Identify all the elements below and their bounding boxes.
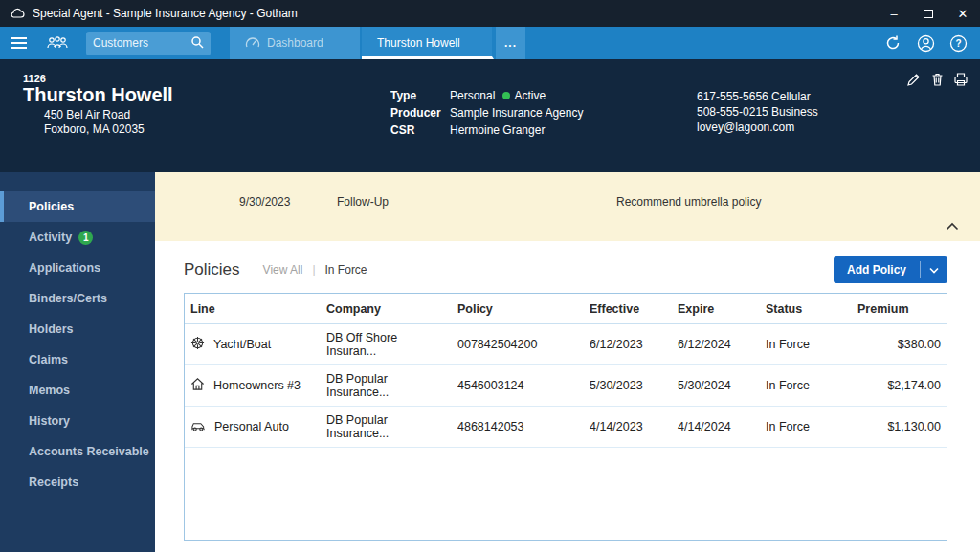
column-policy: Policy — [452, 294, 584, 324]
tab-dashboard[interactable]: Dashboard — [230, 27, 362, 59]
sidebar-item-applications[interactable]: Applications — [0, 253, 155, 283]
status-value: In Force — [760, 365, 852, 407]
effective-date: 5/30/2023 — [584, 365, 672, 407]
column-expire: Expire — [672, 294, 760, 324]
producer-label: Producer — [390, 106, 450, 120]
company-value: DB Off Shore Insuran... — [321, 324, 452, 365]
sidebar-item-binders-certs[interactable]: Binders/Certs — [0, 283, 155, 314]
premium-value: $2,174.00 — [852, 365, 947, 407]
company-value: DB Popular Insurance... — [321, 365, 452, 407]
sidebar-item-accounts-receivable[interactable]: Accounts Receivable — [0, 436, 155, 467]
effective-date: 4/14/2023 — [584, 407, 672, 448]
sidebar-item-receipts[interactable]: Receipts — [0, 467, 155, 497]
in-force-filter[interactable]: In Force — [325, 263, 368, 276]
toolbar: Dashboard Thurston Howell ... ? — [0, 27, 980, 59]
table-row[interactable]: Personal Auto DB Popular Insurance... 48… — [185, 407, 947, 448]
csr-value: Hermoine Granger — [450, 123, 583, 137]
column-line: Line — [185, 294, 321, 324]
customer-address-line1: 450 Bel Air Road — [44, 108, 130, 121]
status-text: Active — [514, 89, 546, 102]
reminder-date: 9/30/2023 — [239, 195, 290, 209]
window-controls: – ✕ — [877, 0, 980, 27]
company-value: DB Popular Insurance... — [321, 407, 452, 448]
car-icon — [190, 419, 206, 435]
toolbar-right: ? — [880, 27, 980, 59]
sidebar-item-history[interactable]: History — [0, 406, 155, 436]
email: lovey@lagoon.com — [697, 120, 818, 135]
status-value: In Force — [760, 407, 852, 448]
search-input[interactable] — [93, 36, 190, 50]
sidebar-item-memos[interactable]: Memos — [0, 375, 155, 406]
delete-icon[interactable] — [930, 72, 945, 87]
premium-value: $380.00 — [852, 324, 947, 365]
active-status-dot — [502, 92, 510, 99]
content: 9/30/2023 Follow-Up Recommend umbrella p… — [155, 172, 980, 552]
menu-button[interactable] — [0, 27, 36, 59]
maximize-button[interactable] — [911, 0, 946, 27]
body: Policies Activity 1 Applications Binders… — [0, 172, 980, 552]
reminder-type: Follow-Up — [337, 195, 389, 209]
producer-value: Sample Insurance Agency — [450, 106, 583, 120]
collapse-banner-icon[interactable] — [946, 220, 959, 233]
tab-label: Thurston Howell — [377, 36, 460, 50]
boat-icon — [190, 336, 205, 353]
more-tabs-button[interactable]: ... — [496, 27, 525, 59]
activity-badge: 1 — [78, 231, 93, 245]
open-tabs: Dashboard Thurston Howell — [230, 27, 494, 59]
expire-date: 6/12/2024 — [672, 324, 760, 365]
type-label: Type — [390, 89, 450, 102]
line-value: Personal Auto — [214, 420, 289, 433]
chevron-down-icon[interactable] — [921, 256, 947, 283]
edit-icon[interactable] — [906, 72, 922, 87]
phone-cellular: 617-555-5656 Cellular — [697, 89, 818, 104]
status-value: In Force — [760, 324, 852, 365]
customer-name: Thurston Howell — [23, 84, 173, 106]
premium-value: $1,130.00 — [852, 407, 947, 448]
help-icon[interactable]: ? — [946, 31, 970, 55]
maximize-icon — [924, 10, 933, 18]
app-logo-icon — [10, 8, 25, 19]
policy-number: 4546003124 — [452, 365, 584, 407]
refresh-icon[interactable] — [880, 31, 905, 55]
column-premium: Premium — [852, 294, 947, 324]
customer-search[interactable] — [86, 32, 211, 55]
sidebar-item-claims[interactable]: Claims — [0, 344, 155, 375]
print-icon[interactable] — [953, 72, 969, 87]
customer-header: 1126 Thurston Howell 450 Bel Air Road Fo… — [0, 59, 980, 172]
dashboard-icon — [245, 35, 260, 52]
view-all-filter[interactable]: View All — [263, 263, 303, 276]
add-policy-button[interactable]: Add Policy — [834, 256, 947, 283]
reminder-note: Recommend umbrella policy — [616, 195, 761, 209]
sidebar-item-holders[interactable]: Holders — [0, 314, 155, 344]
account-icon[interactable] — [913, 31, 938, 55]
policies-header: Policies View All | In Force Add Policy — [155, 241, 980, 283]
policy-number: 007842504200 — [452, 324, 584, 365]
table-row[interactable]: Homeowners #3 DB Popular Insurance... 45… — [185, 365, 947, 407]
customers-icon[interactable] — [36, 27, 78, 59]
reminder-banner: 9/30/2023 Follow-Up Recommend umbrella p… — [155, 172, 980, 241]
policies-table-container: Line Company Policy Effective Expire Sta… — [184, 293, 947, 541]
app-window: Special Agent - Sample Insurance Agency … — [0, 0, 980, 552]
svg-text:?: ? — [955, 38, 961, 49]
expire-date: 5/30/2024 — [672, 365, 760, 407]
table-row[interactable]: Yacht/Boat DB Off Shore Insuran... 00784… — [185, 324, 947, 365]
search-icon[interactable] — [190, 35, 204, 52]
tab-thurston-howell[interactable]: Thurston Howell — [362, 27, 494, 59]
tab-label: Dashboard — [267, 36, 323, 50]
close-button[interactable]: ✕ — [946, 0, 980, 27]
customer-address-line2: Foxboro, MA 02035 — [44, 122, 145, 136]
type-value: PersonalActive — [450, 89, 583, 102]
sidebar-item-policies[interactable]: Policies — [0, 191, 155, 222]
sidebar-item-activity[interactable]: Activity 1 — [0, 222, 155, 253]
filter-divider: | — [312, 263, 315, 276]
sidebar: Policies Activity 1 Applications Binders… — [0, 172, 155, 552]
customer-meta: Type PersonalActive Producer Sample Insu… — [390, 89, 583, 137]
column-effective: Effective — [584, 294, 672, 324]
minimize-button[interactable]: – — [877, 0, 911, 27]
customer-number: 1126 — [23, 73, 46, 84]
policies-table: Line Company Policy Effective Expire Sta… — [185, 294, 947, 448]
window-title: Special Agent - Sample Insurance Agency … — [33, 7, 298, 20]
line-value: Yacht/Boat — [213, 338, 271, 351]
policy-number: 4868142053 — [452, 407, 584, 448]
column-status: Status — [760, 294, 852, 324]
